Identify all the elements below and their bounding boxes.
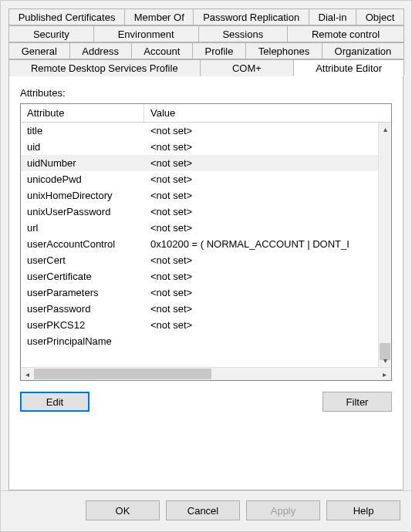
table-row[interactable]: userCert<not set> xyxy=(21,252,378,268)
attribute-value: <not set> xyxy=(144,173,378,185)
table-row[interactable]: unixUserPassword<not set> xyxy=(21,204,378,220)
edit-button[interactable]: Edit xyxy=(20,392,89,412)
tab-address[interactable]: Address xyxy=(69,42,132,59)
properties-dialog: Published Certificates Member Of Passwor… xyxy=(0,0,412,532)
table-row[interactable]: uidNumber<not set> xyxy=(21,155,378,171)
attribute-name: unixHomeDirectory xyxy=(21,190,144,201)
table-row[interactable]: unicodePwd<not set> xyxy=(21,171,378,187)
attribute-value: <not set> xyxy=(144,206,378,217)
tab-attribute-editor[interactable]: Attribute Editor xyxy=(293,59,404,76)
tab-row-2: Security Environment Sessions Remote con… xyxy=(8,25,404,42)
tab-sessions[interactable]: Sessions xyxy=(198,25,289,42)
tab-member-of[interactable]: Member Of xyxy=(124,8,194,25)
filter-button[interactable]: Filter xyxy=(323,392,392,412)
scroll-down-icon[interactable]: ▾ xyxy=(379,354,391,367)
tab-rds-profile[interactable]: Remote Desktop Services Profile xyxy=(8,59,201,76)
tab-strip: Published Certificates Member Of Passwor… xyxy=(8,8,404,76)
tab-row-3: General Address Account Profile Telephon… xyxy=(8,42,404,59)
tab-organization[interactable]: Organization xyxy=(322,42,404,59)
table-row[interactable]: userCertificate<not set> xyxy=(21,268,378,285)
attribute-name: title xyxy=(21,125,144,136)
tab-environment[interactable]: Environment xyxy=(93,25,199,42)
tab-profile[interactable]: Profile xyxy=(192,42,246,59)
ok-button[interactable]: OK xyxy=(86,500,160,520)
attribute-name: uidNumber xyxy=(21,157,144,169)
attribute-name: userAccountControl xyxy=(21,238,144,250)
attribute-name: userPKCS12 xyxy=(21,319,144,331)
attribute-value: <not set> xyxy=(144,222,378,234)
attribute-name: userCertificate xyxy=(21,271,144,282)
attribute-editor-panel: Attributes: Attribute Value title<not se… xyxy=(8,76,404,490)
list-button-row: Edit Filter xyxy=(20,392,392,412)
table-row[interactable]: url<not set> xyxy=(21,220,378,236)
tab-remote-control[interactable]: Remote control xyxy=(287,25,404,42)
tab-account[interactable]: Account xyxy=(131,42,193,59)
attribute-value: <not set> xyxy=(144,190,378,201)
list-body: title<not set>uid<not set>uidNumber<not … xyxy=(21,123,391,367)
column-header-value[interactable]: Value xyxy=(144,104,391,122)
attribute-name: userCert xyxy=(21,254,144,266)
tab-telephones[interactable]: Telephones xyxy=(245,42,323,59)
dialog-button-bar: OK Cancel Apply Help xyxy=(1,490,411,531)
attribute-value: <not set> xyxy=(144,303,378,315)
attribute-value: <not set> xyxy=(144,141,378,153)
table-row[interactable]: title<not set> xyxy=(21,123,378,139)
attribute-value: <not set> xyxy=(144,125,378,136)
attribute-name: url xyxy=(21,222,144,234)
horizontal-scroll-track[interactable] xyxy=(34,368,378,380)
scroll-up-icon[interactable]: ▴ xyxy=(379,123,391,136)
tab-password-replication[interactable]: Password Replication xyxy=(193,8,309,25)
attribute-value: <not set> xyxy=(144,319,378,331)
table-row[interactable]: unixHomeDirectory<not set> xyxy=(21,187,378,204)
help-button[interactable]: Help xyxy=(326,500,400,520)
tab-row-1: Published Certificates Member Of Passwor… xyxy=(8,8,404,25)
attributes-list[interactable]: Attribute Value title<not set>uid<not se… xyxy=(20,103,392,381)
table-row[interactable]: uid<not set> xyxy=(21,139,378,155)
tab-published-certificates[interactable]: Published Certificates xyxy=(8,8,125,25)
scroll-right-icon[interactable]: ▸ xyxy=(378,368,391,381)
table-row[interactable]: userPassword<not set> xyxy=(21,301,378,317)
horizontal-scrollbar[interactable]: ◂ ▸ xyxy=(21,367,391,380)
attribute-value: <not set> xyxy=(144,157,378,169)
tab-row-4: Remote Desktop Services Profile COM+ Att… xyxy=(8,59,404,76)
column-header-attribute[interactable]: Attribute xyxy=(21,104,144,122)
apply-button[interactable]: Apply xyxy=(246,500,320,520)
list-rows: title<not set>uid<not set>uidNumber<not … xyxy=(21,123,378,367)
tab-com-plus[interactable]: COM+ xyxy=(200,59,295,76)
attribute-name: userParameters xyxy=(21,287,144,298)
attribute-name: uid xyxy=(21,141,144,153)
attribute-name: userPrincipalName xyxy=(21,335,144,347)
attribute-name: unicodePwd xyxy=(21,173,144,185)
dialog-inner: Published Certificates Member Of Passwor… xyxy=(1,1,411,490)
cancel-button[interactable]: Cancel xyxy=(166,500,240,520)
table-row[interactable]: userPrincipalName xyxy=(21,333,378,349)
table-row[interactable]: userParameters<not set> xyxy=(21,285,378,301)
table-row[interactable]: userPKCS12<not set> xyxy=(21,317,378,333)
horizontal-scroll-thumb[interactable] xyxy=(34,369,211,379)
table-row[interactable]: userAccountControl0x10200 = ( NORMAL_ACC… xyxy=(21,236,378,252)
vertical-scrollbar[interactable]: ▴ ▾ xyxy=(378,123,391,367)
attribute-value: <not set> xyxy=(144,287,378,298)
attribute-value: 0x10200 = ( NORMAL_ACCOUNT | DONT_I xyxy=(144,238,378,250)
attribute-name: userPassword xyxy=(21,303,144,315)
tab-security[interactable]: Security xyxy=(8,25,94,42)
tab-dial-in[interactable]: Dial-in xyxy=(309,8,356,25)
scroll-left-icon[interactable]: ◂ xyxy=(21,368,34,381)
attribute-value: <not set> xyxy=(144,254,378,266)
tab-general[interactable]: General xyxy=(8,42,70,59)
attribute-value: <not set> xyxy=(144,271,378,282)
attribute-name: unixUserPassword xyxy=(21,206,144,217)
attributes-label: Attributes: xyxy=(20,87,392,99)
tab-object[interactable]: Object xyxy=(356,8,404,25)
list-header[interactable]: Attribute Value xyxy=(21,104,391,123)
